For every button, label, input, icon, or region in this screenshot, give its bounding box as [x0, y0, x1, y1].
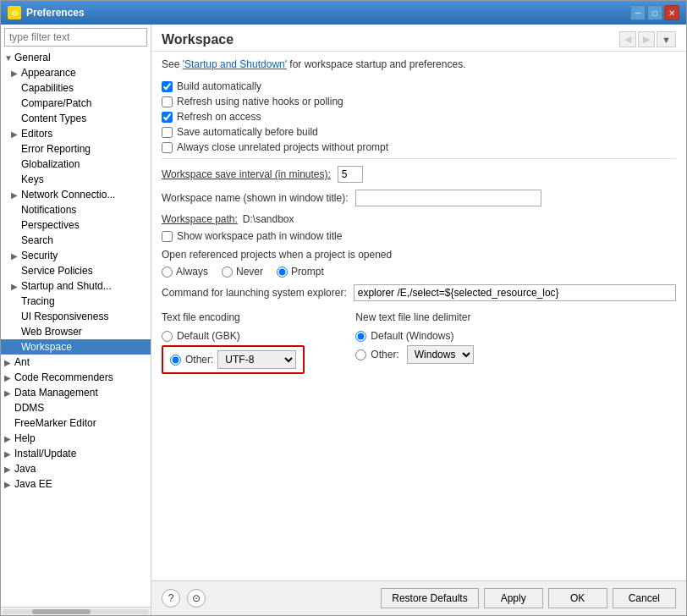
sidebar-item-capabilities[interactable]: Capabilities — [1, 80, 151, 96]
refresh-access-checkbox[interactable] — [162, 112, 173, 123]
sidebar-item-security[interactable]: ▶ Security — [1, 248, 151, 263]
delimiter-default-row: Default (Windows) — [355, 330, 473, 342]
ok-button[interactable]: OK — [548, 588, 607, 608]
sidebar-item-general[interactable]: ▼ General — [1, 50, 151, 65]
sidebar-item-ui-responsiveness[interactable]: UI Responsiveness — [1, 309, 151, 324]
save-interval-label: Workspace save interval (in minutes): — [162, 168, 331, 180]
sidebar-item-editors[interactable]: ▶ Editors — [1, 126, 151, 141]
nav-forward-button[interactable]: ▶ — [638, 31, 655, 47]
show-path-checkbox[interactable] — [162, 231, 173, 242]
radio-never-input[interactable] — [222, 267, 233, 278]
encoding-title: Text file encoding — [162, 311, 305, 323]
nav-back-button[interactable]: ◀ — [619, 31, 636, 47]
delimiter-group: New text file line delimiter Default (Wi… — [355, 311, 473, 364]
cancel-button[interactable]: Cancel — [613, 588, 676, 608]
scrollbar-thumb — [32, 609, 91, 614]
sidebar-item-tracing[interactable]: Tracing — [1, 294, 151, 309]
sidebar-item-help[interactable]: ▶ Help — [1, 431, 151, 446]
save-before-build-label: Save automatically before build — [177, 126, 318, 138]
sidebar-item-appearance[interactable]: ▶ Appearance — [1, 65, 151, 80]
main-header: Workspace ◀ ▶ ▼ — [151, 25, 686, 52]
sidebar-item-notifications[interactable]: Notifications — [1, 202, 151, 217]
radio-always-input[interactable] — [162, 267, 173, 278]
sidebar-scrollbar[interactable] — [1, 607, 151, 615]
sidebar-item-freemarker-editor[interactable]: FreeMarker Editor — [1, 415, 151, 431]
sidebar-item-java[interactable]: ▶ Java — [1, 461, 151, 476]
workspace-name-row: Workspace name (shown in window title): — [162, 190, 676, 206]
refresh-access-label: Refresh on access — [177, 111, 261, 123]
sidebar-item-ant[interactable]: ▶ Ant — [1, 355, 151, 370]
sidebar-item-code-recommenders[interactable]: ▶ Code Recommenders — [1, 370, 151, 385]
encoding-section: Text file encoding Default (GBK) Other: … — [162, 311, 676, 374]
filter-input[interactable] — [4, 28, 147, 47]
text-encoding-group: Text file encoding Default (GBK) Other: … — [162, 311, 305, 374]
radio-never: Never — [222, 266, 263, 278]
sidebar-item-startup-shutdown[interactable]: ▶ Startup and Shutd... — [1, 278, 151, 294]
save-before-build-checkbox[interactable] — [162, 127, 173, 138]
sidebar-item-network-connections[interactable]: ▶ Network Connectio... — [1, 187, 151, 202]
radio-prompt-input[interactable] — [277, 267, 288, 278]
sidebar-item-error-reporting[interactable]: Error Reporting — [1, 141, 151, 157]
show-path-label: Show workspace path in window title — [177, 230, 342, 242]
restore-defaults-button[interactable]: Restore Defaults — [381, 588, 478, 608]
radio-never-label: Never — [236, 266, 263, 278]
nav-menu-button[interactable]: ▼ — [657, 31, 676, 47]
workspace-name-label: Workspace name (shown in window title): — [162, 192, 349, 204]
encoding-default-radio[interactable] — [162, 331, 173, 342]
maximize-button[interactable]: □ — [647, 5, 662, 20]
delimiter-default-radio[interactable] — [355, 331, 366, 342]
sidebar-item-compare-patch[interactable]: Compare/Patch — [1, 96, 151, 111]
sidebar-item-workspace[interactable]: Workspace — [1, 339, 151, 355]
sidebar-item-keys[interactable]: Keys — [1, 172, 151, 187]
delimiter-other-label: Other: — [371, 349, 398, 360]
checkbox-save-before-build: Save automatically before build — [162, 126, 676, 138]
sidebar-item-content-types[interactable]: Content Types — [1, 111, 151, 126]
sidebar-item-java-ee[interactable]: ▶ Java EE — [1, 476, 151, 492]
workspace-path-row: Workspace path: D:\sandbox — [162, 213, 676, 225]
sidebar-item-perspectives[interactable]: Perspectives — [1, 217, 151, 233]
startup-shutdown-link[interactable]: 'Startup and Shutdown' — [183, 58, 287, 70]
delimiter-select[interactable]: Windows Unix Mac — [407, 345, 474, 364]
close-unrelated-checkbox[interactable] — [162, 142, 173, 153]
encoding-select[interactable]: UTF-8 GBK UTF-16 ISO-8859-1 — [217, 350, 296, 369]
workspace-name-input[interactable] — [355, 190, 541, 206]
apply-button[interactable]: Apply — [484, 588, 543, 608]
save-interval-input[interactable] — [338, 166, 363, 183]
nav-arrows: ◀ ▶ ▼ — [619, 31, 676, 47]
toggle-editors: ▶ — [11, 129, 21, 139]
encoding-other-highlighted: Other: UTF-8 GBK UTF-16 ISO-8859-1 — [162, 345, 305, 374]
sidebar-item-globalization[interactable]: Globalization — [1, 157, 151, 172]
scrollbar-track — [3, 609, 149, 614]
close-button[interactable]: ✕ — [664, 5, 679, 20]
encoding-default-label: Default (GBK) — [177, 330, 240, 342]
help-icon-button[interactable]: ? — [162, 589, 180, 608]
toggle-startup: ▶ — [11, 282, 21, 291]
minimize-button[interactable]: ─ — [630, 5, 646, 20]
content-area: ▼ General ▶ Appearance Capabilities Comp… — [1, 25, 686, 615]
encoding-other-radio[interactable] — [170, 355, 181, 366]
sidebar-item-install-update[interactable]: ▶ Install/Update — [1, 446, 151, 461]
toggle-data-management: ▶ — [4, 388, 14, 398]
build-auto-checkbox[interactable] — [162, 81, 173, 92]
refresh-native-checkbox[interactable] — [162, 96, 173, 107]
delimiter-other-row: Other: Windows Unix Mac — [355, 345, 473, 364]
sidebar-item-ddms[interactable]: DDMS — [1, 400, 151, 415]
toggle-general: ▼ — [4, 53, 14, 63]
bottom-left-icons: ? ⊙ — [162, 589, 206, 608]
sidebar-item-data-management[interactable]: ▶ Data Management — [1, 385, 151, 400]
workspace-path-value: D:\sandbox — [243, 213, 294, 225]
radio-prompt-label: Prompt — [291, 266, 324, 278]
sidebar-item-web-browser[interactable]: Web Browser — [1, 324, 151, 339]
command-input[interactable] — [354, 284, 676, 301]
delimiter-other-radio[interactable] — [355, 349, 366, 360]
build-auto-label: Build automatically — [177, 80, 261, 92]
preferences-icon-button[interactable]: ⊙ — [187, 589, 206, 608]
sidebar-item-service-policies[interactable]: Service Policies — [1, 263, 151, 278]
save-interval-row: Workspace save interval (in minutes): — [162, 166, 676, 183]
toggle-java: ▶ — [4, 465, 14, 474]
checkbox-refresh-access: Refresh on access — [162, 111, 676, 123]
show-path-row: Show workspace path in window title — [162, 230, 676, 242]
sidebar-item-search[interactable]: Search — [1, 233, 151, 248]
tree-area: ▼ General ▶ Appearance Capabilities Comp… — [1, 50, 151, 607]
radio-always: Always — [162, 266, 208, 278]
